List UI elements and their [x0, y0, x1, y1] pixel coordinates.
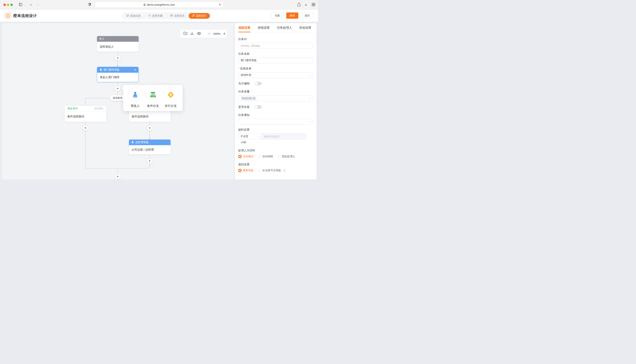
- priority-label: 优先级1: [94, 107, 104, 110]
- tab-task-handler[interactable]: 任务处理人: [277, 23, 292, 32]
- chevron-down-icon[interactable]: ⌄: [24, 4, 26, 6]
- node-start-title: 录入: [99, 37, 105, 40]
- condition-met-label: 满足条件: [67, 107, 78, 110]
- zoom-level: 100%: [213, 32, 220, 35]
- add-node-button-4[interactable]: +: [147, 126, 152, 131]
- task-id-field[interactable]: [241, 44, 310, 47]
- address-bar[interactable]: demo.orangeforms.com ↻: [95, 2, 224, 8]
- share-icon[interactable]: [297, 2, 301, 7]
- chevron-down-icon: [309, 120, 311, 122]
- add-node-button-5[interactable]: +: [147, 158, 152, 164]
- close-icon[interactable]: ✕: [134, 68, 136, 71]
- tab-other-settings[interactable]: 其他设置: [299, 23, 311, 32]
- page-title: 橙单流程设计: [13, 13, 37, 18]
- add-node-button-2[interactable]: +: [115, 86, 120, 91]
- settings-tabs: 基础设置 按钮设置 任务处理人 其他设置: [235, 23, 316, 32]
- radio-auto-approve[interactable]: 自动通过: [238, 155, 254, 158]
- chevron-down-icon: [309, 97, 311, 99]
- back-button[interactable]: 返回: [301, 12, 313, 19]
- doc-edit-icon: [126, 14, 129, 17]
- return-setting-label: 退回设置: [238, 163, 313, 166]
- task-id-label: 任务ID: [238, 38, 313, 41]
- timeout-label: 超时设置: [238, 128, 313, 132]
- back-icon[interactable]: ‹: [30, 2, 32, 7]
- stamp-icon: [99, 68, 102, 72]
- flow-canvas[interactable]: 录入 流程发起人 + 部门领导审批 ✕ 发起人部门领导 + 添加条件 满足条件 …: [2, 23, 234, 180]
- tab-overview-icon[interactable]: [312, 3, 315, 7]
- app-header: 橙单流程设计 基础信息 流程变量 流程状态 流程设计 切换 保存 返回: [0, 10, 318, 22]
- radio-re-approve[interactable]: 重新审批: [238, 169, 254, 172]
- zoom-window-button[interactable]: [11, 4, 13, 6]
- nav-process-design[interactable]: 流程设计: [189, 13, 210, 19]
- tab-button-settings[interactable]: 按钮设置: [258, 23, 270, 32]
- orange-logo-icon: [5, 12, 11, 19]
- countersign-toggle[interactable]: [255, 105, 262, 109]
- parallel-branch-icon: [163, 88, 178, 102]
- popup-option-parallel-branch[interactable]: 并行分支: [163, 88, 179, 111]
- chevron-down-icon: [258, 135, 260, 137]
- url-text: demo.orangeforms.com: [147, 3, 175, 6]
- zoom-in-button[interactable]: +: [223, 31, 226, 36]
- sidebar-icon[interactable]: [19, 3, 23, 7]
- add-node-button-6[interactable]: +: [115, 174, 120, 179]
- preview-eye-icon[interactable]: [197, 32, 201, 36]
- shield-icon[interactable]: [88, 3, 91, 7]
- task-notify-label: 任务通知: [238, 113, 313, 117]
- node-gm-approval[interactable]: 总经理审批 公司总部 / 总经理: [129, 140, 170, 154]
- node-dept-body: 发起人部门领导: [97, 73, 138, 82]
- doc-clock-icon: [170, 14, 173, 17]
- required-asterisk: *: [238, 67, 239, 70]
- add-node-popup: 审批人 条件分支 并行分支: [123, 85, 183, 111]
- nav-basic-info[interactable]: 基础信息: [123, 13, 144, 19]
- task-variables-select[interactable]: 报销金额 ✕: [238, 95, 313, 102]
- node-gm-title: 总经理审批: [135, 141, 149, 144]
- node-gm-body: 公司总部 / 总经理: [129, 145, 170, 154]
- new-tab-icon[interactable]: +: [305, 3, 307, 8]
- reload-icon[interactable]: ↻: [219, 3, 222, 6]
- timeout-unit: 小时: [241, 139, 246, 145]
- empty-handler-label: 处理人为空时: [238, 149, 313, 152]
- countersign-label: 是否会签: [238, 105, 250, 109]
- online-form-label: 在线表单: [240, 67, 251, 70]
- task-variables-label: 任务变量: [238, 90, 313, 94]
- allow-edit-toggle[interactable]: [255, 82, 262, 85]
- node-condition-2-body: 条件流转路径: [129, 112, 170, 122]
- add-condition-tooltip: 添加条件: [110, 95, 125, 101]
- radio-assign-handler[interactable]: 指定处理人: [278, 155, 295, 158]
- condition-branch-icon: [146, 88, 160, 102]
- lock-icon: [143, 3, 146, 6]
- task-name-field[interactable]: [241, 59, 310, 62]
- node-start[interactable]: 录入 流程发起人: [97, 36, 139, 52]
- popup-option-condition-branch[interactable]: 条件分支: [145, 88, 161, 111]
- save-button[interactable]: 保存: [286, 12, 298, 19]
- task-name-label: 任务名称: [238, 52, 313, 56]
- radio-from-current-node[interactable]: 从当前节点审批!: [258, 169, 286, 172]
- tab-basic-settings[interactable]: 基础设置: [238, 23, 251, 32]
- node-dept-title: 部门领导审批: [104, 68, 119, 72]
- chevron-down-icon: [309, 74, 311, 76]
- nav-process-variables[interactable]: 流程变量: [145, 13, 166, 19]
- browser-chrome: ⌄ ‹ › demo.orangeforms.com ↻ +: [0, 0, 318, 10]
- nav-process-status[interactable]: 流程状态: [167, 13, 188, 19]
- node-condition-1-body: 条件流转路径: [65, 112, 106, 122]
- close-window-button[interactable]: [4, 4, 6, 6]
- import-folder-icon[interactable]: [183, 32, 187, 36]
- node-condition-1[interactable]: 满足条件 优先级1 条件流转路径: [65, 106, 106, 122]
- approver-stamp-icon: [128, 88, 143, 102]
- tag-remove-icon[interactable]: ✕: [253, 97, 255, 100]
- timeout-mode-select[interactable]: 不设置: [238, 134, 262, 139]
- add-node-button-3[interactable]: +: [83, 126, 88, 131]
- add-node-button-1[interactable]: +: [115, 56, 120, 60]
- zoom-out-button[interactable]: −: [208, 31, 210, 36]
- switch-button[interactable]: 切换: [271, 12, 283, 19]
- allow-edit-label: 允许编辑: [238, 82, 250, 85]
- timeout-value-field[interactable]: [264, 135, 304, 138]
- online-form-select[interactable]: 报销申请: [238, 72, 313, 78]
- node-dept-approval[interactable]: 部门领导审批 ✕ 发起人部门领导: [97, 67, 139, 82]
- task-notify-select[interactable]: [238, 119, 313, 124]
- popup-option-approver[interactable]: 审批人: [127, 88, 143, 111]
- download-icon[interactable]: [190, 32, 194, 36]
- radio-auto-reject[interactable]: 自动拒绝: [258, 155, 273, 158]
- forward-icon[interactable]: ›: [37, 2, 38, 7]
- minimize-window-button[interactable]: [7, 4, 9, 6]
